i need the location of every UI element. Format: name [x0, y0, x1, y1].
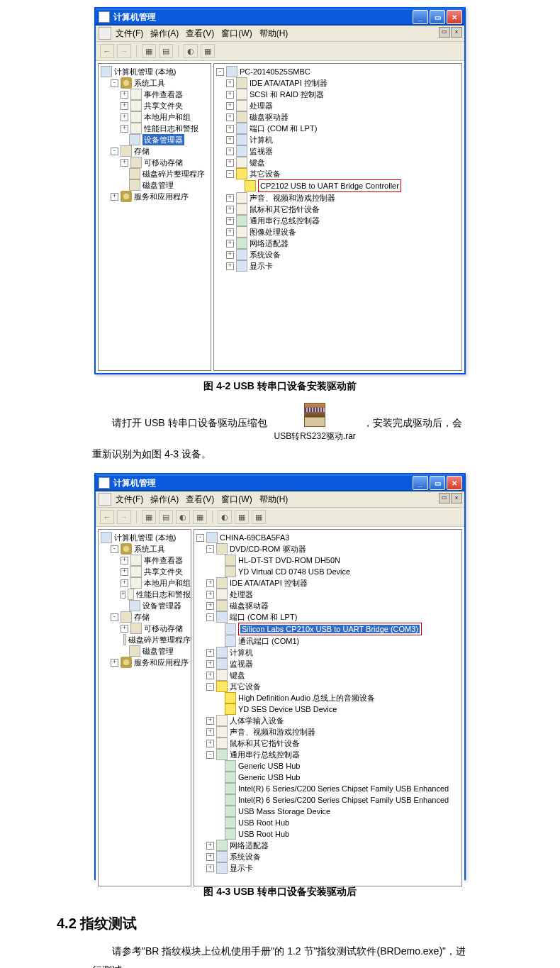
device-category[interactable]: +处理器 [196, 589, 461, 600]
tree-item[interactable]: +可移动存储 [101, 623, 191, 634]
device-category-usb[interactable]: -通用串行总线控制器 [196, 749, 461, 760]
tree-item[interactable]: 磁盘碎片整理程序 [101, 168, 211, 179]
tree-item[interactable]: +共享文件夹 [101, 100, 211, 111]
toolbar-btn-5[interactable]: ◐ [218, 510, 232, 524]
right-tree-pane[interactable]: -PC-20140525SMBC +IDE ATA/ATAPI 控制器 +SCS… [213, 63, 462, 371]
device-category[interactable]: +端口 (COM 和 LPT) [216, 123, 461, 134]
mdi-close[interactable]: x [451, 493, 462, 504]
device-item[interactable]: Intel(R) 6 Series/C200 Series Chipset Fa… [196, 794, 461, 806]
device-category[interactable]: +网络适配器 [196, 840, 461, 851]
tree-item[interactable]: +性能日志和警报 [101, 589, 191, 600]
menu-action[interactable]: 操作(A) [150, 28, 179, 40]
tree-item[interactable]: +服务和应用程序 [101, 191, 211, 202]
menu-help[interactable]: 帮助(H) [259, 28, 289, 40]
toolbar-btn-1[interactable]: ▦ [142, 510, 156, 524]
device-category[interactable]: +计算机 [196, 647, 461, 658]
tree-item[interactable]: +本地用户和组 [101, 577, 191, 589]
device-item[interactable]: USB Root Hub [196, 828, 461, 840]
mdi-close[interactable]: x [451, 27, 462, 38]
device-category[interactable]: +声音、视频和游戏控制器 [216, 192, 461, 204]
device-category[interactable]: +网络适配器 [216, 238, 461, 249]
device-item[interactable]: USB Mass Storage Device [196, 806, 461, 817]
device-root[interactable]: -PC-20140525SMBC [216, 66, 461, 77]
device-category[interactable]: +键盘 [196, 669, 461, 681]
toolbar-btn-2[interactable]: ▤ [159, 510, 173, 524]
device-category[interactable]: +磁盘驱动器 [196, 600, 461, 611]
device-item[interactable]: 通讯端口 (COM1) [196, 635, 461, 647]
device-category[interactable]: +SCSI 和 RAID 控制器 [216, 89, 461, 100]
device-item[interactable]: Intel(R) 6 Series/C200 Series Chipset Fa… [196, 783, 461, 794]
menu-file[interactable]: 文件(F) [116, 494, 143, 506]
toolbar-btn-1[interactable]: ▦ [142, 44, 156, 58]
menu-window[interactable]: 窗口(W) [221, 494, 252, 506]
menu-view[interactable]: 查看(V) [186, 494, 214, 506]
device-item[interactable]: Generic USB Hub [196, 760, 461, 772]
tree-root[interactable]: 计算机管理 (本地) [101, 66, 211, 77]
device-category[interactable]: +鼠标和其它指针设备 [196, 738, 461, 749]
forward-button[interactable] [117, 44, 131, 58]
maximize-button[interactable]: ▭ [430, 476, 445, 490]
tree-item[interactable]: -存储 [101, 611, 191, 623]
tree-item[interactable]: +共享文件夹 [101, 566, 191, 577]
mdi-restore[interactable]: ▭ [439, 493, 450, 504]
right-tree-pane[interactable]: -CHINA-69CBA5FA3 -DVD/CD-ROM 驱动器 HL-DT-S… [194, 529, 462, 886]
tree-item[interactable]: +事件查看器 [101, 89, 211, 100]
menu-help[interactable]: 帮助(H) [259, 494, 289, 506]
tree-item[interactable]: +本地用户和组 [101, 111, 211, 123]
device-category-ports[interactable]: -端口 (COM 和 LPT) [196, 611, 461, 623]
device-category-other[interactable]: -其它设备 [216, 168, 461, 179]
device-category[interactable]: +IDE ATA/ATAPI 控制器 [196, 577, 461, 589]
device-category[interactable]: +声音、视频和游戏控制器 [196, 726, 461, 738]
minimize-button[interactable]: _ [413, 10, 428, 24]
tree-item[interactable]: +服务和应用程序 [101, 657, 191, 668]
device-category[interactable]: +监视器 [216, 145, 461, 157]
titlebar[interactable]: 计算机管理 _ ▭ ✕ [96, 474, 464, 491]
device-category[interactable]: +键盘 [216, 157, 461, 168]
device-item[interactable]: HL-DT-ST DVD-ROM DH50N [196, 555, 461, 566]
tree-item[interactable]: +性能日志和警报 [101, 123, 211, 134]
titlebar[interactable]: 计算机管理 _ ▭ ✕ [96, 9, 464, 26]
toolbar-btn-4[interactable]: ▦ [201, 44, 215, 58]
tree-item[interactable]: +可移动存储 [101, 157, 211, 168]
forward-button[interactable] [117, 510, 131, 524]
close-button[interactable]: ✕ [447, 476, 462, 490]
back-button[interactable] [100, 44, 114, 58]
minimize-button[interactable]: _ [413, 476, 428, 490]
menu-action[interactable]: 操作(A) [150, 494, 179, 506]
toolbar-btn-3[interactable]: ◐ [176, 510, 190, 524]
tree-item-device-manager[interactable]: 设备管理器 [101, 600, 191, 611]
tree-item-device-manager[interactable]: 设备管理器 [101, 134, 211, 145]
tree-item[interactable]: +事件查看器 [101, 555, 191, 566]
tree-item[interactable]: 磁盘管理 [101, 645, 191, 657]
device-category[interactable]: +监视器 [196, 658, 461, 669]
device-category[interactable]: +计算机 [216, 134, 461, 145]
device-item[interactable]: YD Virtual CD 0748 USB Device [196, 566, 461, 577]
maximize-button[interactable]: ▭ [430, 10, 445, 24]
device-category[interactable]: +显示卡 [196, 862, 461, 874]
device-category[interactable]: +处理器 [216, 100, 461, 111]
close-button[interactable]: ✕ [447, 10, 462, 24]
device-category[interactable]: +IDE ATA/ATAPI 控制器 [216, 77, 461, 89]
device-item[interactable]: High Definition Audio 总线上的音频设备 [196, 692, 461, 703]
device-item[interactable]: YD SES Device USB Device [196, 703, 461, 715]
device-item[interactable]: Generic USB Hub [196, 772, 461, 783]
mdi-restore[interactable]: ▭ [439, 27, 450, 38]
toolbar-btn-6[interactable]: ▦ [235, 510, 249, 524]
toolbar-btn-4[interactable]: ▦ [193, 510, 207, 524]
device-category[interactable]: +鼠标和其它指针设备 [216, 204, 461, 215]
tree-item[interactable]: -存储 [101, 145, 211, 157]
tree-item[interactable]: 磁盘碎片整理程序 [101, 634, 191, 645]
device-category[interactable]: -DVD/CD-ROM 驱动器 [196, 543, 461, 555]
left-tree-pane[interactable]: 计算机管理 (本地) -系统工具 +事件查看器 +共享文件夹 +本地用户和组 +… [98, 63, 211, 371]
toolbar-btn-7[interactable]: ▦ [252, 510, 266, 524]
left-tree-pane[interactable]: 计算机管理 (本地) -系统工具 +事件查看器 +共享文件夹 +本地用户和组 +… [98, 529, 191, 886]
toolbar-btn-3[interactable]: ◐ [184, 44, 198, 58]
menu-view[interactable]: 查看(V) [186, 28, 214, 40]
tree-item[interactable]: 磁盘管理 [101, 179, 211, 191]
device-category[interactable]: +系统设备 [196, 851, 461, 862]
device-category-other[interactable]: -其它设备 [196, 681, 461, 692]
device-category[interactable]: +通用串行总线控制器 [216, 215, 461, 226]
device-category[interactable]: +图像处理设备 [216, 226, 461, 238]
device-root[interactable]: -CHINA-69CBA5FA3 [196, 532, 461, 543]
menu-file[interactable]: 文件(F) [116, 28, 143, 40]
